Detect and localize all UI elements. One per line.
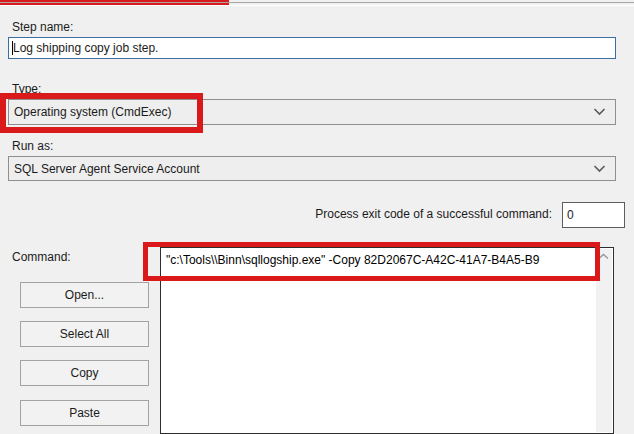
chevron-down-icon: [593, 165, 606, 173]
job-step-dialog: Step name: Log shipping copy job step. T…: [0, 0, 634, 434]
step-name-input[interactable]: Log shipping copy job step.: [8, 37, 616, 59]
command-label: Command:: [12, 250, 71, 264]
open-button[interactable]: Open...: [20, 282, 149, 308]
command-textarea[interactable]: "c:\Tools\\Binn\sqllogship.exe" -Copy 82…: [160, 247, 614, 434]
command-scrollbar[interactable]: [596, 249, 612, 432]
step-name-label: Step name:: [12, 20, 73, 34]
copy-button-label: Copy: [70, 366, 98, 380]
chevron-down-icon: [593, 108, 606, 116]
paste-button[interactable]: Paste: [20, 400, 149, 426]
type-dropdown-value: Operating system (CmdExec): [14, 105, 171, 119]
type-label: Type:: [12, 82, 41, 96]
exit-code-value: 0: [567, 208, 574, 222]
copy-button[interactable]: Copy: [20, 360, 149, 386]
step-name-value: Log shipping copy job step.: [13, 41, 158, 55]
exit-code-label: Process exit code of a successful comman…: [240, 207, 552, 221]
open-button-label: Open...: [65, 288, 104, 302]
run-as-dropdown[interactable]: SQL Server Agent Service Account: [8, 156, 616, 181]
select-all-button[interactable]: Select All: [20, 321, 149, 347]
exit-code-input[interactable]: 0: [562, 202, 625, 228]
command-text: "c:\Tools\\Binn\sqllogship.exe" -Copy 82…: [166, 253, 591, 267]
type-dropdown[interactable]: Operating system (CmdExec): [8, 99, 616, 125]
run-as-label: Run as:: [12, 139, 53, 153]
paste-button-label: Paste: [69, 406, 100, 420]
run-as-dropdown-value: SQL Server Agent Service Account: [14, 162, 200, 176]
top-divider: [0, 2, 634, 6]
select-all-button-label: Select All: [60, 327, 109, 341]
chevron-up-icon[interactable]: [598, 253, 609, 260]
